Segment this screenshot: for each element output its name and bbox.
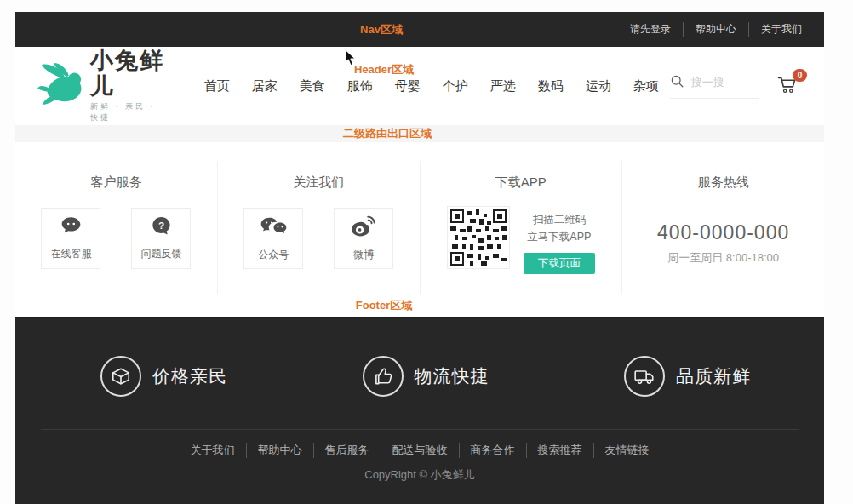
cart-button[interactable]: 0	[777, 75, 799, 98]
top-bar: Nav区域 请先登录 帮助中心 关于我们	[15, 12, 824, 47]
question-bubble-icon: ?	[150, 215, 173, 241]
nav-item-misc[interactable]: 杂项	[633, 78, 659, 94]
feature-label: 物流快捷	[415, 364, 489, 388]
service-box-label: 问题反馈	[140, 247, 181, 261]
topbar-link-about[interactable]: 关于我们	[748, 22, 802, 37]
footer-features: 价格亲民 物流快捷	[15, 356, 824, 397]
rabbit-logo-icon	[37, 63, 87, 109]
online-service-box[interactable]: 在线客服	[41, 208, 100, 269]
main-nav: 首页 居家 美食 服饰 母婴 个护 严选 数码 运动 杂项	[169, 78, 670, 94]
service-box-label: 微博	[353, 248, 374, 262]
service-col-title: 服务热线	[622, 175, 824, 191]
chat-bubble-icon	[59, 215, 83, 241]
nav-item-food[interactable]: 美食	[300, 78, 325, 94]
cart-icon	[777, 83, 799, 97]
copyright: CopyRight © 小兔鲜儿	[15, 467, 824, 483]
qr-caption-line1: 扫描二维码	[524, 211, 595, 228]
footer-region-label-row: Footer区域	[15, 297, 824, 314]
footer-services: 客户服务 在线客服 ?	[15, 161, 824, 294]
nav-item-select[interactable]: 严选	[490, 78, 516, 94]
feedback-box[interactable]: ? 问题反馈	[131, 208, 191, 269]
service-col-customer-service: 客户服务 在线客服 ?	[15, 161, 217, 294]
service-col-download-app: 下载APP	[420, 161, 622, 294]
search-placeholder: 搜一搜	[691, 75, 724, 90]
weibo-icon	[350, 215, 377, 242]
feature-label: 品质新鲜	[676, 364, 751, 388]
truck-icon	[624, 356, 665, 397]
service-box-label: 在线客服	[50, 247, 91, 261]
service-col-title: 客户服务	[15, 175, 217, 191]
service-col-title: 下载APP	[421, 175, 622, 191]
page: Nav区域 请先登录 帮助中心 关于我们	[15, 12, 824, 504]
feature-fresh-quality: 品质新鲜	[624, 356, 751, 397]
router-outlet-region: 二级路由出口区域	[15, 125, 824, 142]
header: 小兔鲜儿 新鲜 · 亲民 · 快捷 Header区域 首页 居家 美食 服饰 母…	[15, 47, 824, 125]
qr-caption-line2: 立马下载APP	[524, 228, 595, 245]
logo-title: 小兔鲜儿	[90, 49, 169, 99]
package-icon	[100, 356, 141, 397]
header-region-label: Header区域	[354, 62, 414, 77]
search-icon	[670, 74, 684, 92]
footer-link-search[interactable]: 搜索推荐	[526, 443, 582, 458]
nav-item-digital[interactable]: 数码	[538, 78, 564, 94]
nav-item-household[interactable]: 居家	[252, 78, 278, 94]
topbar-link-login[interactable]: 请先登录	[630, 22, 671, 37]
footer-link-help[interactable]: 帮助中心	[246, 443, 302, 458]
topbar-links: 请先登录 帮助中心 关于我们	[630, 22, 802, 37]
footer-link-friendly[interactable]: 友情链接	[593, 443, 650, 458]
cart-count-badge: 0	[793, 69, 807, 82]
nav-item-baby[interactable]: 母婴	[395, 78, 421, 94]
feature-fast-logistics: 物流快捷	[363, 356, 489, 397]
thumb-up-icon	[363, 356, 404, 397]
router-region-label: 二级路由出口区域	[343, 125, 432, 142]
footer-link-business[interactable]: 商务合作	[459, 443, 515, 458]
wechat-icon	[260, 215, 288, 242]
logo-text: 小兔鲜儿 新鲜 · 亲民 · 快捷	[90, 49, 169, 123]
hotline-hours: 周一至周日 8:00-18:00	[622, 250, 824, 266]
nav-item-apparel[interactable]: 服饰	[347, 78, 373, 94]
topbar-link-help[interactable]: 帮助中心	[683, 22, 736, 37]
nav-item-sports[interactable]: 运动	[586, 78, 611, 94]
footer: 价格亲民 物流快捷	[15, 317, 824, 504]
service-col-title: 关注我们	[218, 175, 420, 191]
footer-link-after-sales[interactable]: 售后服务	[313, 443, 369, 458]
feature-friendly-price: 价格亲民	[100, 356, 227, 397]
qr-code	[447, 206, 510, 269]
footer-link-about[interactable]: 关于我们	[191, 443, 235, 458]
logo[interactable]: 小兔鲜儿 新鲜 · 亲民 · 快捷	[37, 49, 169, 123]
nav-item-home[interactable]: 首页	[204, 78, 230, 94]
footer-links: 关于我们 帮助中心 售后服务 配送与验收 商务合作 搜索推荐 友情链接	[15, 443, 824, 458]
footer-region-label: Footer区域	[356, 297, 412, 314]
weibo-box[interactable]: 微博	[334, 208, 393, 269]
service-col-hotline: 服务热线 400-0000-000 周一至周日 8:00-18:00	[621, 161, 824, 294]
search-input[interactable]: 搜一搜	[670, 74, 759, 99]
wechat-official-box[interactable]: 公众号	[243, 208, 303, 269]
logo-slogan: 新鲜 · 亲民 · 快捷	[90, 101, 169, 123]
feature-label: 价格亲民	[152, 364, 227, 388]
service-col-follow-us: 关注我们 公众号	[217, 161, 420, 294]
svg-text:?: ?	[158, 220, 164, 232]
nav-item-care[interactable]: 个护	[443, 78, 468, 94]
hotline-number: 400-0000-000	[622, 221, 824, 244]
footer-link-delivery[interactable]: 配送与验收	[381, 443, 448, 458]
service-box-label: 公众号	[258, 248, 289, 262]
footer-divider	[41, 429, 799, 430]
download-page-button[interactable]: 下载页面	[524, 253, 595, 274]
